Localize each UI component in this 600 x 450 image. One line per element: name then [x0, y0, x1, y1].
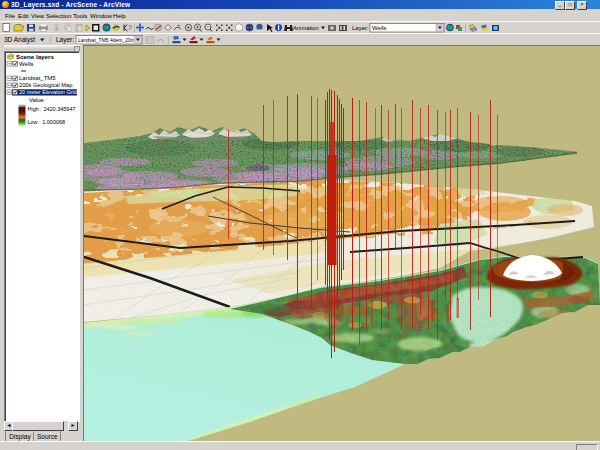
svg-text:20 meter Elevation Grid: 20 meter Elevation Grid — [19, 89, 77, 95]
svg-text:3D Analyst: 3D Analyst — [4, 36, 35, 44]
svg-text:Layer:: Layer: — [56, 36, 74, 44]
svg-text:Animation: Animation — [293, 25, 319, 31]
svg-text:Layer:: Layer: — [352, 25, 369, 31]
svg-text:Landsat_TM5 4dem_20m_r: Landsat_TM5 4dem_20m_r — [78, 37, 140, 43]
svg-text:Landsat_TM5: Landsat_TM5 — [19, 75, 56, 81]
svg-text:Wells: Wells — [372, 25, 387, 31]
svg-text:?: ? — [128, 24, 132, 31]
svg-text:Value: Value — [29, 97, 45, 103]
svg-text:Low : 1.000068: Low : 1.000068 — [28, 119, 66, 125]
svg-text:Scene layers: Scene layers — [16, 53, 54, 60]
svg-text:High : 2420.345947: High : 2420.345947 — [28, 106, 76, 112]
svg-text:200k Geological Map: 200k Geological Map — [19, 82, 72, 88]
svg-text:Wells: Wells — [19, 61, 34, 67]
